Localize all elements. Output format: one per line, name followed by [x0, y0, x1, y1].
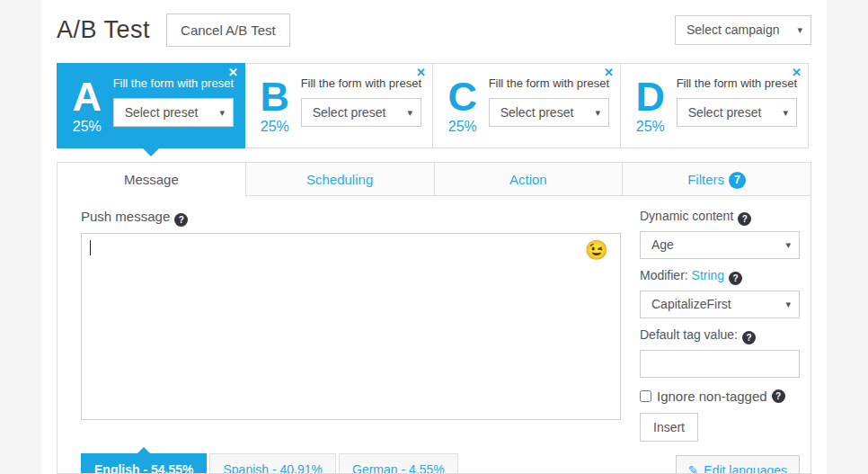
dynamic-content-label: Dynamic content	[640, 209, 733, 223]
page-title: A/B Test	[57, 16, 150, 44]
tab-label: Action	[509, 172, 547, 187]
ignore-non-tagged-label: Ignore non-tagged	[657, 389, 767, 404]
tab-label: Message	[124, 172, 179, 187]
tab-action[interactable]: Action	[434, 162, 624, 196]
preset-select-value: Select preset	[125, 105, 199, 120]
close-icon[interactable]: ✕	[604, 67, 614, 79]
modifier-type-link[interactable]: String	[692, 268, 725, 282]
edit-languages-label: Edit languages	[704, 463, 787, 474]
variant-form: Fill the form with preset Select preset …	[483, 75, 609, 139]
language-tab-spanish[interactable]: Spanish - 40.91%	[209, 453, 336, 474]
modifier-select[interactable]: CapitalizeFirst ▾	[640, 291, 800, 318]
tab-label: Filters	[687, 172, 724, 187]
dynamic-content-section: Dynamic content? Age ▾ Modifier: String?…	[621, 209, 800, 442]
variant-letter-block: B 25%	[254, 75, 296, 139]
chevron-down-icon: ▾	[783, 99, 788, 126]
pencil-icon: ✎	[688, 463, 699, 474]
variant-percent: 25%	[442, 119, 483, 135]
variant-form: Fill the form with preset Select preset …	[296, 75, 421, 139]
campaign-select[interactable]: Select campaign ▾	[675, 15, 811, 45]
variant-card-d[interactable]: ✕ D 25% Fill the form with preset Select…	[620, 63, 809, 148]
panel-body: Push message? 😉 Dynamic content? Age ▾	[81, 209, 800, 442]
tag-select-value: Age	[651, 237, 674, 252]
variant-letter-block: A 25%	[66, 75, 108, 139]
variant-card-b[interactable]: ✕ B 25% Fill the form with preset Select…	[244, 63, 433, 148]
help-icon[interactable]: ?	[729, 272, 742, 285]
preset-select[interactable]: Select preset ▾	[301, 98, 421, 127]
variant-card-a[interactable]: ✕ A 25% Fill the form with preset Select…	[57, 63, 245, 148]
help-icon[interactable]: ?	[738, 212, 751, 226]
fill-preset-label: Fill the form with preset	[113, 76, 234, 90]
default-tag-label-row: Default tag value:?	[640, 327, 800, 344]
tag-select[interactable]: Age ▾	[640, 231, 800, 259]
variant-cards: ✕ A 25% Fill the form with preset Select…	[57, 63, 811, 148]
ignore-non-tagged-row: Ignore non-tagged?	[640, 389, 800, 404]
help-icon[interactable]: ?	[742, 331, 756, 344]
help-icon[interactable]: ?	[772, 389, 785, 403]
preset-select[interactable]: Select preset ▾	[489, 98, 609, 127]
variant-card-c[interactable]: ✕ C 25% Fill the form with preset Select…	[432, 63, 621, 148]
close-icon[interactable]: ✕	[792, 67, 802, 79]
text-cursor	[90, 240, 91, 255]
fill-preset-label: Fill the form with preset	[301, 76, 421, 90]
edit-languages-button[interactable]: ✎Edit languages	[676, 455, 800, 474]
variant-form: Fill the form with preset Select preset …	[671, 75, 797, 139]
preset-select-value: Select preset	[688, 105, 762, 120]
filters-count-badge: 7	[729, 172, 746, 189]
tab-bar: Message Scheduling Action Filters7	[57, 162, 811, 196]
preset-select[interactable]: Select preset ▾	[113, 98, 234, 127]
chevron-down-icon: ▾	[785, 291, 791, 317]
push-message-label: Push message	[81, 209, 170, 224]
preset-select-value: Select preset	[313, 105, 386, 120]
push-message-editor: 😉	[81, 233, 621, 420]
chevron-down-icon: ▾	[407, 99, 412, 126]
modifier-label: Modifier:	[640, 268, 688, 282]
ignore-non-tagged-checkbox[interactable]	[640, 390, 651, 402]
emoji-picker-icon[interactable]: 😉	[585, 240, 608, 259]
default-tag-input[interactable]	[640, 350, 800, 378]
language-tab-english[interactable]: English - 54.55%	[81, 453, 207, 474]
fill-preset-label: Fill the form with preset	[489, 76, 609, 90]
modifier-select-value: CapitalizeFirst	[651, 297, 731, 311]
tab-filters[interactable]: Filters7	[622, 162, 811, 196]
dynamic-content-label-row: Dynamic content?	[640, 209, 800, 226]
modifier-label-row: Modifier: String?	[640, 268, 800, 285]
language-tabs: English - 54.55% Spanish - 40.91% German…	[81, 453, 458, 474]
help-icon[interactable]: ?	[174, 213, 188, 227]
insert-button[interactable]: Insert	[640, 413, 698, 442]
language-tab-german[interactable]: German - 4.55%	[339, 453, 458, 474]
default-tag-label: Default tag value:	[640, 327, 738, 342]
push-message-section: Push message? 😉	[81, 209, 621, 442]
variant-form: Fill the form with preset Select preset …	[108, 75, 234, 139]
variant-percent: 25%	[630, 119, 671, 135]
chevron-down-icon: ▾	[797, 16, 802, 44]
push-message-label-row: Push message?	[81, 209, 621, 227]
chevron-down-icon: ▾	[219, 99, 225, 126]
campaign-select-value: Select campaign	[686, 22, 780, 37]
variant-letter: A	[66, 76, 108, 117]
variant-letter: C	[442, 76, 483, 117]
close-icon[interactable]: ✕	[416, 67, 426, 79]
push-message-textarea[interactable]	[82, 234, 620, 419]
cancel-ab-test-button[interactable]: Cancel A/B Test	[166, 13, 290, 47]
page: A/B Test Cancel A/B Test Select campaign…	[41, 0, 827, 474]
variant-letter-block: D 25%	[630, 75, 671, 139]
tab-label: Scheduling	[306, 172, 373, 187]
chevron-down-icon: ▾	[785, 232, 791, 258]
variant-letter: B	[254, 76, 296, 117]
variant-percent: 25%	[254, 119, 296, 135]
chevron-down-icon: ▾	[595, 99, 600, 126]
message-panel: Push message? 😉 Dynamic content? Age ▾	[57, 195, 811, 474]
variant-letter: D	[630, 76, 671, 117]
variant-letter-block: C 25%	[442, 75, 483, 139]
header: A/B Test Cancel A/B Test Select campaign…	[57, 9, 811, 50]
preset-select-value: Select preset	[500, 105, 574, 120]
close-icon[interactable]: ✕	[228, 67, 238, 79]
variant-percent: 25%	[66, 119, 108, 135]
tab-scheduling[interactable]: Scheduling	[245, 162, 435, 196]
fill-preset-label: Fill the form with preset	[677, 76, 797, 90]
language-footer: English - 54.55% Spanish - 40.91% German…	[81, 453, 800, 474]
preset-select[interactable]: Select preset ▾	[677, 98, 797, 127]
tab-message[interactable]: Message	[57, 162, 246, 197]
